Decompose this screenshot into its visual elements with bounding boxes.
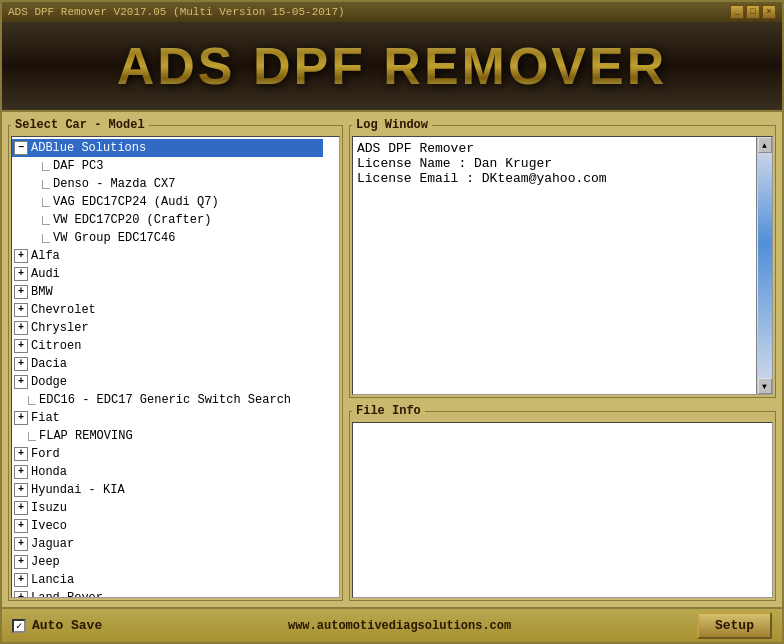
tree-item-chevrolet[interactable]: + Chevrolet [12, 301, 323, 319]
tree-item-vw-crafter[interactable]: VW EDC17CP20 (Crafter) [12, 211, 323, 229]
tree-label-edc16: EDC16 - EDC17 Generic Switch Search [39, 391, 291, 409]
expand-icon-chrysler[interactable]: + [14, 321, 28, 335]
expand-icon-chevrolet[interactable]: + [14, 303, 28, 317]
tree-item-ford[interactable]: + Ford [12, 445, 323, 463]
expand-icon-fiat[interactable]: + [14, 411, 28, 425]
tree-label-daf: DAF PC3 [53, 157, 103, 175]
window-controls: _ □ × [730, 5, 776, 19]
tree-item-flap[interactable]: FLAP REMOVING [12, 427, 323, 445]
auto-save-area: Auto Save [12, 618, 102, 633]
tree-label-audi: Audi [31, 265, 60, 283]
file-info-content [352, 422, 773, 598]
logo-banner: ADS DPF REMOVER [2, 22, 782, 112]
main-content: Select Car - Model − ADBlue Solutions DA… [2, 112, 782, 607]
tree-item-vw-group[interactable]: VW Group EDC17C46 [12, 229, 323, 247]
expand-icon-dacia[interactable]: + [14, 357, 28, 371]
tree-label-jaguar: Jaguar [31, 535, 74, 553]
tree-container[interactable]: − ADBlue Solutions DAF PC3 Denso - Mazda… [11, 136, 340, 598]
window-title: ADS DPF Remover V2017.05 (Multi Version … [8, 6, 345, 18]
log-legend: Log Window [352, 118, 432, 132]
expand-icon-hyundai[interactable]: + [14, 483, 28, 497]
expand-icon-alfa[interactable]: + [14, 249, 28, 263]
tree-item-adblue[interactable]: − ADBlue Solutions [12, 139, 323, 157]
tree-item-honda[interactable]: + Honda [12, 463, 323, 481]
tree-list: − ADBlue Solutions DAF PC3 Denso - Mazda… [12, 137, 323, 598]
minimize-button[interactable]: _ [730, 5, 744, 19]
tree-item-dacia[interactable]: + Dacia [12, 355, 323, 373]
expand-icon-landrover[interactable]: + [14, 591, 28, 598]
tree-item-edc16[interactable]: EDC16 - EDC17 Generic Switch Search [12, 391, 323, 409]
tree-item-dodge[interactable]: + Dodge [12, 373, 323, 391]
tree-item-landrover[interactable]: + Land Rover [12, 589, 323, 598]
file-info-fieldset: File Info [349, 404, 776, 601]
expand-icon-audi[interactable]: + [14, 267, 28, 281]
website-text: www.automotivediagsolutions.com [288, 619, 511, 633]
car-model-fieldset: Select Car - Model − ADBlue Solutions DA… [8, 118, 343, 601]
scrollbar-up-btn[interactable]: ▲ [758, 137, 772, 153]
auto-save-label: Auto Save [32, 618, 102, 633]
expand-icon-jaguar[interactable]: + [14, 537, 28, 551]
expand-icon-iveco[interactable]: + [14, 519, 28, 533]
close-button[interactable]: × [762, 5, 776, 19]
tree-item-hyundai[interactable]: + Hyundai - KIA [12, 481, 323, 499]
tree-label-bmw: BMW [31, 283, 53, 301]
tree-item-isuzu[interactable]: + Isuzu [12, 499, 323, 517]
tree-item-bmw[interactable]: + BMW [12, 283, 323, 301]
tree-label-lancia: Lancia [31, 571, 74, 589]
log-line-1: ADS DPF Remover [357, 141, 752, 156]
expand-icon-honda[interactable]: + [14, 465, 28, 479]
tree-item-jeep[interactable]: + Jeep [12, 553, 323, 571]
tree-label-hyundai: Hyundai - KIA [31, 481, 125, 499]
tree-label-jeep: Jeep [31, 553, 60, 571]
bottom-bar: Auto Save www.automotivediagsolutions.co… [2, 607, 782, 642]
setup-button[interactable]: Setup [697, 612, 772, 639]
tree-label-ford: Ford [31, 445, 60, 463]
tree-label-vw-group: VW Group EDC17C46 [53, 229, 175, 247]
log-fieldset: Log Window ADS DPF Remover License Name … [349, 118, 776, 398]
log-text-area: ADS DPF Remover License Name : Dan Kruge… [353, 137, 756, 394]
tree-item-alfa[interactable]: + Alfa [12, 247, 323, 265]
tree-item-vag-q7[interactable]: VAG EDC17CP24 (Audi Q7) [12, 193, 323, 211]
scrollbar-down-btn[interactable]: ▼ [758, 378, 772, 394]
tree-label-iveco: Iveco [31, 517, 67, 535]
title-bar: ADS DPF Remover V2017.05 (Multi Version … [2, 2, 782, 22]
auto-save-checkbox[interactable] [12, 619, 26, 633]
log-scroll-wrapper: ADS DPF Remover License Name : Dan Kruge… [352, 136, 773, 395]
tree-item-denso[interactable]: Denso - Mazda CX7 [12, 175, 323, 193]
tree-label-landrover: Land Rover [31, 589, 103, 598]
tree-item-lancia[interactable]: + Lancia [12, 571, 323, 589]
tree-label-chrysler: Chrysler [31, 319, 89, 337]
expand-icon-jeep[interactable]: + [14, 555, 28, 569]
tree-item-chrysler[interactable]: + Chrysler [12, 319, 323, 337]
tree-label-alfa: Alfa [31, 247, 60, 265]
expand-icon-dodge[interactable]: + [14, 375, 28, 389]
expand-icon-ford[interactable]: + [14, 447, 28, 461]
expand-icon-citroen[interactable]: + [14, 339, 28, 353]
maximize-button[interactable]: □ [746, 5, 760, 19]
file-info-legend: File Info [352, 404, 425, 418]
expand-icon-lancia[interactable]: + [14, 573, 28, 587]
tree-item-daf[interactable]: DAF PC3 [12, 157, 323, 175]
car-model-legend: Select Car - Model [11, 118, 149, 132]
tree-label-isuzu: Isuzu [31, 499, 67, 517]
log-line-2: License Name : Dan Kruger [357, 156, 752, 171]
tree-item-jaguar[interactable]: + Jaguar [12, 535, 323, 553]
expand-icon-bmw[interactable]: + [14, 285, 28, 299]
tree-label-vw-crafter: VW EDC17CP20 (Crafter) [53, 211, 211, 229]
tree-label-flap: FLAP REMOVING [39, 427, 133, 445]
tree-item-citroen[interactable]: + Citroen [12, 337, 323, 355]
tree-item-fiat[interactable]: + Fiat [12, 409, 323, 427]
tree-label-citroen: Citroen [31, 337, 81, 355]
log-scrollbar[interactable]: ▲ ▼ [756, 137, 772, 394]
right-panel: Log Window ADS DPF Remover License Name … [349, 118, 776, 601]
tree-item-audi[interactable]: + Audi [12, 265, 323, 283]
expand-icon-adblue[interactable]: − [14, 141, 28, 155]
tree-label-vag-q7: VAG EDC17CP24 (Audi Q7) [53, 193, 219, 211]
tree-label-adblue: ADBlue Solutions [31, 139, 146, 157]
tree-label-dodge: Dodge [31, 373, 67, 391]
expand-icon-isuzu[interactable]: + [14, 501, 28, 515]
tree-item-iveco[interactable]: + Iveco [12, 517, 323, 535]
tree-label-chevrolet: Chevrolet [31, 301, 96, 319]
tree-label-fiat: Fiat [31, 409, 60, 427]
log-line-3: License Email : DKteam@yahoo.com [357, 171, 752, 186]
